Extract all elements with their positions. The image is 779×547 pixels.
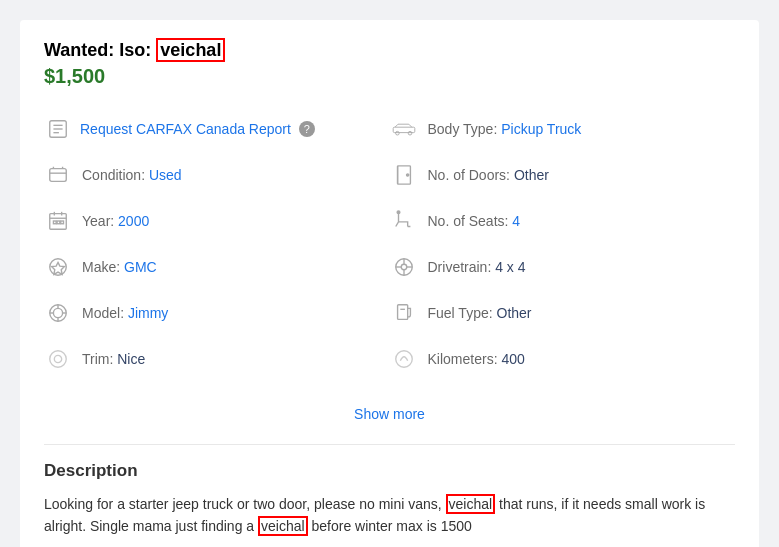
km-icon bbox=[390, 345, 418, 373]
svg-point-26 bbox=[406, 174, 408, 176]
title-highlighted: veichal bbox=[156, 38, 225, 62]
listing-title: Wanted: Iso: veichal bbox=[44, 40, 735, 61]
condition-value: Used bbox=[149, 167, 182, 183]
condition-icon bbox=[44, 161, 72, 189]
details-right-col: Body Type: Pickup Truck No. of Doors: Ot… bbox=[390, 106, 736, 382]
model-value: Jimmy bbox=[128, 305, 168, 321]
desc-highlight-2: veichal bbox=[258, 516, 308, 536]
carfax-row: Request CARFAX Canada Report ? bbox=[44, 106, 390, 152]
detail-make: Make: GMC bbox=[44, 244, 390, 290]
desc-text-1: Looking for a starter jeep truck or two … bbox=[44, 496, 442, 512]
svg-point-24 bbox=[408, 131, 412, 135]
seats-value: 4 bbox=[512, 213, 520, 229]
body-type-value: Pickup Truck bbox=[501, 121, 581, 137]
doors-label: No. of Doors: bbox=[428, 167, 514, 183]
drivetrain-label: Drivetrain: bbox=[428, 259, 496, 275]
carfax-link[interactable]: Request CARFAX Canada Report bbox=[80, 121, 291, 137]
show-more-row: Show more bbox=[44, 392, 735, 440]
seats-label: No. of Seats: bbox=[428, 213, 513, 229]
detail-year: Year: 2000 bbox=[44, 198, 390, 244]
detail-drivetrain: Drivetrain: 4 x 4 bbox=[390, 244, 736, 290]
model-icon bbox=[44, 299, 72, 327]
year-icon bbox=[44, 207, 72, 235]
make-value: GMC bbox=[124, 259, 157, 275]
doors-value: Other bbox=[514, 167, 549, 183]
trim-label: Trim: bbox=[82, 351, 117, 367]
detail-seats: No. of Seats: 4 bbox=[390, 198, 736, 244]
details-left-col: Request CARFAX Canada Report ? Condition… bbox=[44, 106, 390, 382]
desc-highlight-1: veichal bbox=[446, 494, 496, 514]
description-body: Looking for a starter jeep truck or two … bbox=[44, 493, 735, 538]
desc-text-3: before winter max is 1500 bbox=[311, 518, 471, 534]
doors-icon bbox=[390, 161, 418, 189]
details-grid: Request CARFAX Canada Report ? Condition… bbox=[44, 106, 735, 382]
detail-doors: No. of Doors: Other bbox=[390, 152, 736, 198]
detail-trim: Trim: Nice bbox=[44, 336, 390, 382]
trim-value: Nice bbox=[117, 351, 145, 367]
svg-rect-11 bbox=[57, 221, 60, 224]
carfax-icon bbox=[44, 115, 72, 143]
year-value: 2000 bbox=[118, 213, 149, 229]
description-title: Description bbox=[44, 461, 735, 481]
svg-rect-4 bbox=[50, 169, 67, 182]
svg-point-30 bbox=[401, 264, 407, 270]
make-icon bbox=[44, 253, 72, 281]
svg-point-21 bbox=[54, 355, 61, 362]
km-value: 400 bbox=[501, 351, 524, 367]
seats-icon bbox=[390, 207, 418, 235]
year-label: Year: bbox=[82, 213, 118, 229]
listing-card: Wanted: Iso: veichal $1,500 Request CARF… bbox=[20, 20, 759, 547]
detail-km: Kilometers: 400 bbox=[390, 336, 736, 382]
listing-price: $1,500 bbox=[44, 65, 735, 88]
svg-rect-35 bbox=[397, 305, 407, 320]
title-prefix: Wanted: Iso: bbox=[44, 40, 151, 60]
make-label: Make: bbox=[82, 259, 124, 275]
fuel-value: Other bbox=[497, 305, 532, 321]
fuel-icon bbox=[390, 299, 418, 327]
fuel-label: Fuel Type: bbox=[428, 305, 497, 321]
svg-rect-12 bbox=[61, 221, 64, 224]
detail-body-type: Body Type: Pickup Truck bbox=[390, 106, 736, 152]
body-type-icon bbox=[390, 115, 418, 143]
model-label: Model: bbox=[82, 305, 128, 321]
detail-model: Model: Jimmy bbox=[44, 290, 390, 336]
trim-icon bbox=[44, 345, 72, 373]
section-divider bbox=[44, 444, 735, 445]
svg-point-20 bbox=[50, 351, 67, 368]
body-type-label: Body Type: bbox=[428, 121, 502, 137]
km-label: Kilometers: bbox=[428, 351, 502, 367]
svg-point-37 bbox=[395, 351, 412, 368]
show-more-button[interactable]: Show more bbox=[354, 406, 425, 422]
svg-point-28 bbox=[397, 211, 400, 214]
drivetrain-icon bbox=[390, 253, 418, 281]
svg-point-23 bbox=[395, 131, 399, 135]
detail-condition: Condition: Used bbox=[44, 152, 390, 198]
condition-label: Condition: bbox=[82, 167, 149, 183]
drivetrain-value: 4 x 4 bbox=[495, 259, 525, 275]
detail-fuel: Fuel Type: Other bbox=[390, 290, 736, 336]
svg-rect-10 bbox=[53, 221, 56, 224]
svg-point-14 bbox=[53, 308, 62, 317]
carfax-help-icon[interactable]: ? bbox=[299, 121, 315, 137]
